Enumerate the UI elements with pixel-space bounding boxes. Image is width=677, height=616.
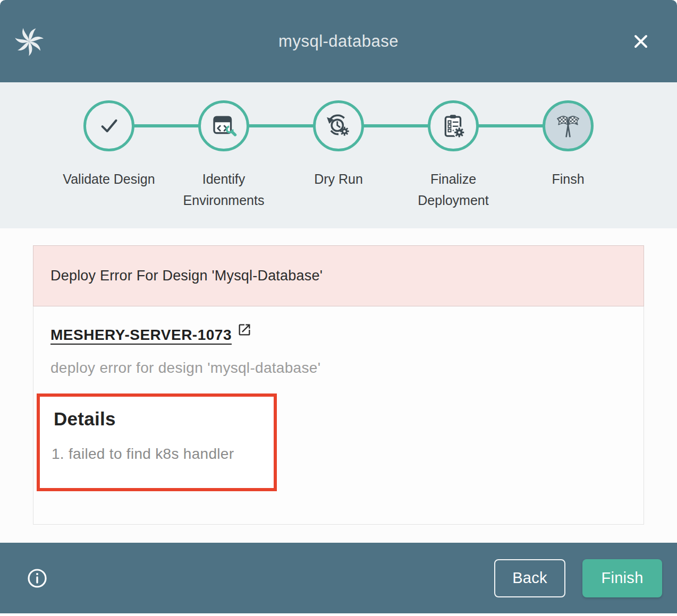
step-label: Finalize Deployment	[400, 168, 506, 211]
close-icon	[630, 31, 651, 52]
error-detail-panel: MESHERY-SERVER-1073 deploy error for des…	[33, 306, 644, 525]
step-dry-run: Dry Run	[281, 100, 396, 211]
error-banner: Deploy Error For Design 'Mysql-Database'	[33, 245, 644, 306]
details-heading: Details	[54, 408, 260, 430]
step-label: Identify Environments	[171, 168, 277, 211]
error-details-box: Details failed to find k8s handler	[37, 393, 277, 491]
deployment-wizard-modal: mysql-database Validate Design	[0, 0, 677, 613]
step-circle-identify-environments[interactable]	[198, 100, 249, 151]
step-label: Finsh	[552, 168, 584, 190]
step-identify-environments: Identify Environments	[166, 100, 281, 211]
close-button[interactable]	[629, 30, 653, 53]
meshery-logo-icon	[14, 26, 45, 57]
error-code-link[interactable]: MESHERY-SERVER-1073	[50, 327, 232, 344]
step-finalize-deployment: Finalize Deployment	[396, 100, 511, 211]
main-content: Deploy Error For Design 'Mysql-Database'…	[0, 228, 677, 543]
finish-button[interactable]: Finish	[582, 559, 662, 597]
modal-header: mysql-database	[0, 0, 677, 82]
details-list-item: failed to find k8s handler	[69, 446, 260, 463]
back-button[interactable]: Back	[494, 559, 565, 597]
error-description: deploy error for design 'mysql-database'	[50, 360, 627, 377]
clipboard-gear-icon	[439, 112, 468, 140]
gear-glyph	[454, 127, 464, 137]
checkered-flags-icon	[554, 112, 582, 140]
step-circle-finalize-deployment[interactable]	[428, 100, 479, 151]
error-banner-title: Deploy Error For Design 'Mysql-Database'	[50, 268, 323, 284]
step-validate-design: Validate Design	[52, 100, 166, 211]
info-button[interactable]	[27, 568, 48, 589]
code-wrench-icon	[209, 112, 238, 140]
step-circle-dry-run[interactable]	[313, 100, 364, 151]
modal-footer: Back Finish	[0, 543, 677, 613]
step-circle-finish[interactable]	[543, 100, 594, 151]
check-icon	[95, 112, 123, 140]
details-list: failed to find k8s handler	[54, 446, 260, 463]
step-label: Dry Run	[314, 168, 363, 190]
external-link-icon[interactable]	[237, 322, 252, 337]
gear-glyph	[340, 127, 349, 136]
info-icon	[27, 568, 48, 589]
step-label: Validate Design	[63, 168, 155, 190]
step-finish: Finsh	[511, 100, 625, 211]
stepper: Validate Design	[52, 82, 625, 211]
step-circle-validate-design[interactable]	[83, 100, 134, 151]
stepper-section: Validate Design	[0, 82, 677, 228]
dry-run-clock-icon	[324, 112, 353, 140]
modal-title: mysql-database	[0, 32, 677, 51]
